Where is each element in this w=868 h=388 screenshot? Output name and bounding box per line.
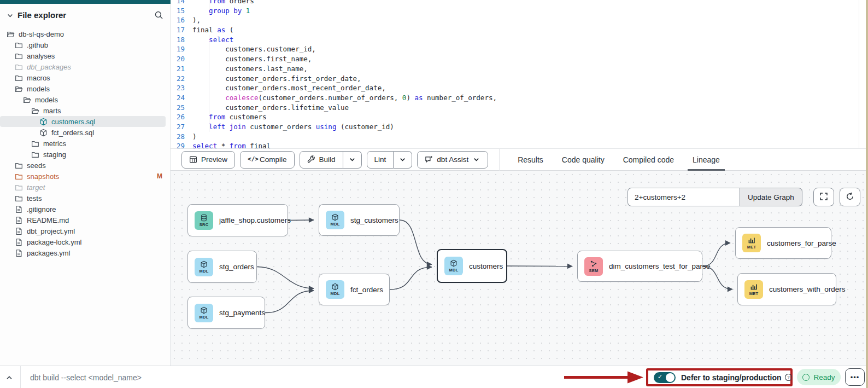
fullscreen-button[interactable] [813,188,834,206]
lineage-node-jaffle-shop-customers[interactable]: SRCjaffle_shop.customers [187,204,288,236]
line-number: 29 [171,141,192,148]
tab-results[interactable]: Results [508,148,553,171]
folder-item-metrics[interactable]: metrics [0,138,166,149]
code-line-29: 29select * from final [171,141,866,148]
file-icon [15,238,23,246]
compile-label: Compile [260,155,287,164]
tree-item-label: db-sl-qs-demo [19,30,64,38]
lineage-node-fct-orders[interactable]: MDLfct_orders [319,274,390,305]
model-icon: MDL [444,257,463,275]
status-label: Ready [813,373,835,381]
update-graph-button[interactable]: Update Graph [740,188,802,206]
tree-item-label: README.md [27,216,69,224]
folder-icon [15,41,23,49]
lineage-node-customers-with-orders[interactable]: METcustomers_with_orders [737,273,836,305]
code-line-17: 17final as ( [171,25,866,35]
tree-item-label: package-lock.yml [27,238,81,246]
file-explorer-header: File explorer [0,4,170,26]
tab-compiled-code[interactable]: Compiled code [614,148,683,171]
model-icon [39,118,48,126]
file-item-customers-sql[interactable]: customers.sql [0,116,166,127]
tab-code-quality[interactable]: Code quality [553,148,614,171]
folder-item-seeds[interactable]: seeds [0,160,166,171]
folder-item-models[interactable]: models [0,94,166,105]
node-label: stg_orders [219,263,254,271]
lineage-node-customers-for-parse[interactable]: METcustomers_for_parse [735,227,831,259]
lineage-node-customers[interactable]: MDLcustomers [437,249,507,283]
editor-scrollbar[interactable] [859,0,859,148]
dbt-cloud-ide: File explorer db-sl-qs-demo.githubanalys… [0,0,868,388]
chevron-down-icon[interactable] [7,11,14,19]
lineage-node-stg-customers[interactable]: MDLstg_customers [319,204,400,236]
line-number: 26 [171,112,192,122]
folder-item-dbt-packages[interactable]: dbt_packages [0,61,166,72]
refresh-button[interactable] [840,188,860,206]
build-dropdown-button[interactable] [343,151,362,169]
build-button[interactable]: Build [300,151,343,169]
code-line-25: 25 customer_orders.lifetime_value [171,103,866,113]
folder-item-target[interactable]: target [0,182,166,193]
file-explorer-panel: File explorer db-sl-qs-demo.githubanalys… [0,0,171,366]
folder-item-db-sl-qs-demo[interactable]: db-sl-qs-demo [0,28,166,39]
folder-item-models[interactable]: models [0,83,166,94]
code-editor[interactable]: 14 from orders15 group by 116),17final a… [171,0,866,148]
lineage-node-dim-customers-test-for-parse[interactable]: SEMdim_customers_test_for_parse [577,251,702,282]
lineage-canvas[interactable]: SRCjaffle_shop.customersMDLstg_customers… [171,171,866,366]
chevron-up-icon[interactable] [5,373,14,382]
lint-dropdown-button[interactable] [394,151,412,169]
lint-button[interactable]: Lint [367,151,394,169]
node-label: customers [469,262,503,270]
annotation-highlight-box: ✓ Defer to staging/production ? [646,368,793,386]
chat-plus-icon [425,155,433,164]
folder-item-snapshots[interactable]: snapshotsM [0,171,166,182]
file-item-package-lock-yml[interactable]: package-lock.yml [0,236,166,247]
model-icon: MDL [195,304,213,322]
folder-item-analyses[interactable]: analyses [0,50,166,61]
toolbar-divider [499,148,500,171]
folder-item-marts[interactable]: marts [0,105,166,116]
lineage-node-stg-orders[interactable]: MDLstg_orders [187,251,257,283]
screenshot-edge [866,0,868,388]
code-line-22: 22 customer_orders.first_order_date, [171,74,866,84]
compile-button[interactable]: </> Compile [240,151,295,169]
defer-toggle[interactable]: ✓ [654,372,676,383]
more-options-button[interactable]: ••• [845,368,865,386]
code-line-18: 18 select [171,35,866,45]
lineage-node-stg-payments[interactable]: MDLstg_payments [187,297,265,329]
line-number: 14 [171,0,192,6]
preview-label: Preview [201,155,227,164]
node-label: jaffle_shop.customers [219,216,291,224]
line-number: 16 [171,15,192,25]
indent-guide [209,93,209,103]
toggle-knob [666,373,675,382]
tree-item-label: tests [27,194,42,202]
preview-button[interactable]: Preview [181,151,235,169]
search-icon[interactable] [154,10,163,20]
file-item-dbt-project-yml[interactable]: dbt_project.yml [0,225,166,236]
tree-item-label: dbt_project.yml [27,227,75,235]
file-item-readme-md[interactable]: README.md [0,215,166,225]
node-label: dim_customers_test_for_parse [609,262,710,270]
folder-icon [15,183,23,192]
tree-item-label: snapshots [27,172,59,181]
folder-item-staging[interactable]: staging [0,149,166,160]
command-input[interactable] [30,370,413,385]
code-line-14: 14 from orders [171,0,866,6]
tab-lineage[interactable]: Lineage [683,148,729,171]
code-line-26: 26 from customers [171,112,866,122]
folder-item-tests[interactable]: tests [0,193,166,204]
file-item-fct-orders-sql[interactable]: fct_orders.sql [0,127,166,138]
code-line-15: 15 group by 1 [171,6,866,16]
tree-item-label: metrics [43,140,66,148]
line-number: 17 [171,25,192,35]
file-item--gitignore[interactable]: .gitignore [0,204,166,215]
status-badge[interactable]: Ready [797,369,841,385]
code-line-21: 21 customers.last_name, [171,64,866,74]
folder-icon [15,63,23,71]
folder-item-macros[interactable]: macros [0,72,166,83]
folder-item--github[interactable]: .github [0,39,166,50]
file-item-packages-yml[interactable]: packages.yml [0,247,166,258]
dbt-assist-button[interactable]: dbt Assist [417,151,488,169]
lineage-selector-input[interactable] [627,188,740,206]
help-icon[interactable]: ? [784,373,793,381]
